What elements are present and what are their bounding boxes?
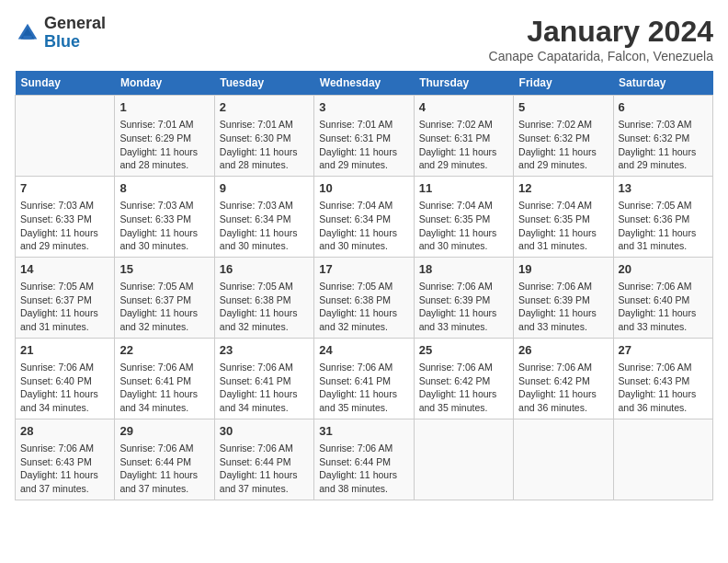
day-number: 31 (319, 423, 408, 440)
day-info: Sunset: 6:39 PM (419, 293, 508, 307)
calendar-day-cell: 4Sunrise: 7:02 AMSunset: 6:31 PMDaylight… (414, 96, 513, 177)
calendar-day-cell: 5Sunrise: 7:02 AMSunset: 6:32 PMDaylight… (514, 96, 613, 177)
day-number: 24 (319, 342, 408, 359)
calendar-day-cell: 30Sunrise: 7:06 AMSunset: 6:44 PMDayligh… (214, 419, 313, 500)
calendar-day-cell (613, 419, 712, 500)
day-info: Sunrise: 7:03 AM (220, 199, 309, 213)
day-info: Sunrise: 7:03 AM (619, 118, 708, 132)
weekday-header-cell: Monday (115, 71, 214, 96)
day-info: Sunrise: 7:01 AM (220, 118, 309, 132)
day-info: Sunrise: 7:01 AM (119, 118, 209, 132)
day-info: Daylight: 11 hours and 33 minutes. (419, 306, 508, 333)
day-number: 11 (419, 180, 508, 197)
logo: General Blue (15, 15, 106, 52)
calendar-day-cell (414, 419, 513, 500)
calendar-day-cell: 9Sunrise: 7:03 AMSunset: 6:34 PMDaylight… (214, 176, 313, 257)
day-info: Daylight: 11 hours and 28 minutes. (220, 145, 309, 172)
day-info: Daylight: 11 hours and 32 minutes. (319, 306, 408, 333)
calendar-day-cell: 8Sunrise: 7:03 AMSunset: 6:33 PMDaylight… (115, 176, 214, 257)
day-info: Sunset: 6:37 PM (119, 293, 209, 307)
day-info: Sunrise: 7:06 AM (119, 361, 209, 374)
day-info: Sunrise: 7:06 AM (419, 361, 508, 374)
day-info: Sunrise: 7:05 AM (220, 280, 309, 293)
calendar-day-cell (514, 419, 613, 500)
day-number: 4 (419, 99, 508, 116)
day-number: 7 (20, 180, 109, 197)
day-info: Sunrise: 7:04 AM (419, 199, 508, 213)
calendar-day-cell: 19Sunrise: 7:06 AMSunset: 6:39 PMDayligh… (514, 257, 613, 338)
calendar-week-row: 1Sunrise: 7:01 AMSunset: 6:29 PMDaylight… (16, 96, 713, 177)
day-info: Sunrise: 7:06 AM (220, 361, 309, 374)
day-info: Sunrise: 7:06 AM (518, 361, 608, 374)
day-number: 26 (518, 342, 608, 359)
logo-blue: Blue (44, 32, 80, 51)
day-info: Daylight: 11 hours and 38 minutes. (319, 468, 408, 495)
day-info: Sunset: 6:41 PM (319, 374, 408, 388)
location-title: Canape Capatarida, Falcon, Venezuela (489, 49, 713, 63)
day-number: 12 (518, 180, 608, 197)
day-info: Daylight: 11 hours and 29 minutes. (518, 145, 608, 172)
day-info: Sunrise: 7:05 AM (319, 280, 408, 293)
day-info: Daylight: 11 hours and 29 minutes. (20, 226, 109, 253)
calendar-week-row: 28Sunrise: 7:06 AMSunset: 6:43 PMDayligh… (16, 419, 713, 500)
day-info: Sunset: 6:38 PM (220, 293, 309, 307)
day-number: 6 (619, 99, 708, 116)
day-number: 14 (20, 261, 109, 278)
day-info: Daylight: 11 hours and 36 minutes. (619, 387, 708, 414)
day-number: 23 (220, 342, 309, 359)
calendar-day-cell: 27Sunrise: 7:06 AMSunset: 6:43 PMDayligh… (613, 338, 712, 419)
day-info: Daylight: 11 hours and 31 minutes. (20, 306, 109, 333)
day-info: Daylight: 11 hours and 31 minutes. (518, 226, 608, 253)
day-info: Sunset: 6:31 PM (419, 132, 508, 145)
day-info: Sunrise: 7:06 AM (220, 442, 309, 455)
day-info: Sunset: 6:38 PM (319, 293, 408, 307)
day-info: Sunset: 6:44 PM (119, 455, 209, 469)
day-info: Sunset: 6:40 PM (619, 293, 708, 307)
calendar-day-cell (16, 96, 115, 177)
day-info: Sunset: 6:29 PM (119, 132, 209, 145)
day-info: Sunrise: 7:04 AM (518, 199, 608, 213)
day-info: Sunset: 6:34 PM (220, 213, 309, 226)
day-info: Sunrise: 7:06 AM (518, 280, 608, 293)
day-info: Sunrise: 7:05 AM (20, 280, 109, 293)
day-info: Sunset: 6:36 PM (619, 213, 708, 226)
day-info: Daylight: 11 hours and 35 minutes. (419, 387, 508, 414)
day-number: 19 (518, 261, 608, 278)
day-number: 16 (220, 261, 309, 278)
day-info: Sunrise: 7:02 AM (518, 118, 608, 132)
day-number: 17 (319, 261, 408, 278)
day-info: Sunset: 6:41 PM (119, 374, 209, 388)
day-info: Daylight: 11 hours and 33 minutes. (518, 306, 608, 333)
calendar-day-cell: 2Sunrise: 7:01 AMSunset: 6:30 PMDaylight… (214, 96, 313, 177)
day-number: 10 (319, 180, 408, 197)
calendar-table: SundayMondayTuesdayWednesdayThursdayFrid… (15, 71, 713, 500)
weekday-header-cell: Saturday (613, 71, 712, 96)
day-info: Sunset: 6:33 PM (119, 213, 209, 226)
day-info: Daylight: 11 hours and 29 minutes. (319, 145, 408, 172)
day-info: Daylight: 11 hours and 34 minutes. (119, 387, 209, 414)
calendar-day-cell: 12Sunrise: 7:04 AMSunset: 6:35 PMDayligh… (514, 176, 613, 257)
day-info: Daylight: 11 hours and 37 minutes. (220, 468, 309, 495)
day-info: Sunrise: 7:06 AM (619, 280, 708, 293)
day-number: 22 (119, 342, 209, 359)
day-info: Daylight: 11 hours and 36 minutes. (518, 387, 608, 414)
day-info: Sunset: 6:44 PM (319, 455, 408, 469)
calendar-day-cell: 10Sunrise: 7:04 AMSunset: 6:34 PMDayligh… (314, 176, 414, 257)
day-info: Sunrise: 7:06 AM (319, 442, 408, 455)
day-info: Sunrise: 7:05 AM (619, 199, 708, 213)
title-block: January 2024 Canape Capatarida, Falcon, … (489, 15, 713, 63)
day-info: Sunset: 6:43 PM (619, 374, 708, 388)
calendar-day-cell: 13Sunrise: 7:05 AMSunset: 6:36 PMDayligh… (613, 176, 712, 257)
day-info: Sunset: 6:31 PM (319, 132, 408, 145)
day-info: Sunset: 6:32 PM (619, 132, 708, 145)
day-info: Sunset: 6:34 PM (319, 213, 408, 226)
day-info: Daylight: 11 hours and 31 minutes. (619, 226, 708, 253)
day-number: 9 (220, 180, 309, 197)
calendar-day-cell: 25Sunrise: 7:06 AMSunset: 6:42 PMDayligh… (414, 338, 513, 419)
day-info: Daylight: 11 hours and 32 minutes. (119, 306, 209, 333)
day-info: Sunset: 6:33 PM (20, 213, 109, 226)
day-number: 15 (119, 261, 209, 278)
calendar-day-cell: 29Sunrise: 7:06 AMSunset: 6:44 PMDayligh… (115, 419, 214, 500)
calendar-day-cell: 16Sunrise: 7:05 AMSunset: 6:38 PMDayligh… (214, 257, 313, 338)
day-number: 28 (20, 423, 109, 440)
